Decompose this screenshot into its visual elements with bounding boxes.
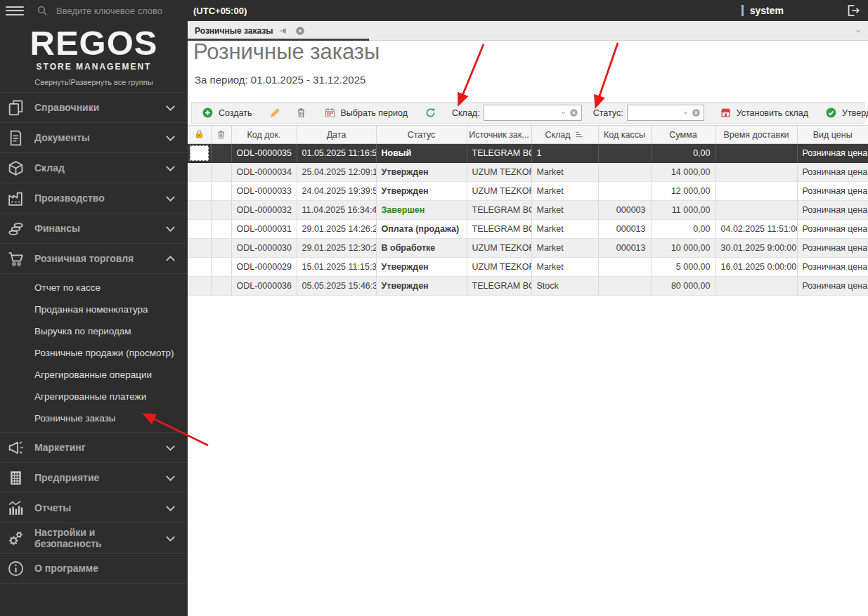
search-input[interactable]: [55, 5, 182, 17]
close-tab-icon[interactable]: [295, 26, 305, 36]
table-cell-delivery: [715, 144, 797, 163]
table-row[interactable]: ODL-000003501.05.2025 11:16:58НовыйTELEG…: [188, 144, 868, 163]
collapse-expand-groups-link[interactable]: Свернуть\Развернуть все группы: [0, 78, 188, 86]
chevron-down-icon[interactable]: [559, 109, 567, 117]
chevron-down-icon: [162, 190, 179, 207]
sidebar-group-label: Отчеты: [34, 502, 71, 513]
table-row[interactable]: ODL-000003211.04.2025 16:34:42ЗавершенTE…: [188, 201, 868, 220]
set-warehouse-button[interactable]: Установить склад: [713, 103, 815, 123]
sidebar-group-production[interactable]: Производство: [0, 183, 188, 214]
table-row[interactable]: ODL-000003605.05.2025 15:46:37УтвержденT…: [188, 277, 868, 296]
column-header-del[interactable]: [211, 126, 231, 144]
column-header-code[interactable]: Код док.: [231, 126, 297, 144]
table-row[interactable]: ODL-000003129.01.2025 14:26:26Оплата (пр…: [188, 220, 868, 239]
sidebar-group-label: Документы: [34, 132, 90, 143]
chevron-down-icon: [162, 129, 179, 147]
status-filter-combobox[interactable]: [627, 105, 704, 121]
toolbar-button-label: Утвердить: [842, 108, 868, 118]
sidebar-item-retail-sales-view[interactable]: Розничные продажи (просмотр): [0, 342, 188, 364]
status-filter[interactable]: Статус:: [588, 103, 710, 123]
sidebar-group-label: Справочники: [34, 102, 99, 113]
warehouse-filter-input[interactable]: [488, 107, 557, 119]
table-cell-source: TELEGRAM BOT: [467, 144, 531, 163]
sidebar-item-aggregated-payments[interactable]: Агрегированные платежи: [0, 386, 188, 407]
sidebar-group-about[interactable]: О программе: [0, 553, 188, 584]
column-header-label: Вид цены: [813, 130, 853, 140]
tab-list-chevron-down-icon[interactable]: [854, 27, 862, 35]
column-header-lock[interactable]: [188, 126, 211, 144]
table-cell-date: 29.01.2025 14:26:26: [297, 220, 376, 239]
sidebar-group-label: Финансы: [34, 223, 80, 234]
refresh-button[interactable]: [417, 103, 443, 123]
table-cell-code: ODL-0000031: [231, 220, 297, 239]
table-cell-amount: 12 000,00: [651, 182, 715, 201]
active-tab-underline: [188, 39, 369, 41]
orders-table: Код док.ДатаСтатусИсточник зак...СкладКо…: [188, 125, 868, 296]
edit-button[interactable]: [262, 103, 288, 123]
status-filter-input[interactable]: [632, 107, 680, 119]
sidebar-group-settings-security[interactable]: Настройки и безопасность: [0, 523, 188, 553]
sidebar-group-finance[interactable]: Финансы: [0, 214, 188, 244]
warehouse-filter[interactable]: Склад:: [446, 103, 588, 123]
table-cell-delete: [211, 144, 231, 163]
table-cell-status: Утвержден: [376, 182, 467, 201]
clear-circle-icon[interactable]: [692, 108, 701, 117]
column-header-delivery[interactable]: Время доставки: [715, 126, 797, 144]
column-header-warehouse[interactable]: Склад: [531, 126, 598, 144]
warehouse-filter-combobox[interactable]: [484, 105, 582, 121]
chart-icon: [7, 499, 25, 517]
table-cell-warehouse: Market: [531, 220, 598, 239]
clear-circle-icon[interactable]: [569, 108, 578, 117]
sidebar-item-revenue-by-periods[interactable]: Выручка по периодам: [0, 320, 188, 342]
status-text: Утвержден: [382, 167, 429, 177]
lock-icon: [194, 129, 205, 140]
table-row[interactable]: ODL-000003425.04.2025 12:09:13УтвержденU…: [188, 163, 868, 182]
info-icon: [7, 560, 25, 577]
table-cell-code: ODL-0000036: [231, 277, 297, 296]
hamburger-menu-icon[interactable]: [6, 6, 24, 15]
create-button[interactable]: Создать: [195, 103, 259, 123]
sidebar-item-cash-report[interactable]: Отчет по кассе: [0, 277, 188, 299]
column-header-price[interactable]: Вид цены: [797, 126, 868, 144]
table-row[interactable]: ODL-000003029.01.2025 12:30:24В обработк…: [188, 239, 868, 258]
table-cell-source: UZUM TEZKOR: [467, 239, 531, 258]
column-header-date[interactable]: Дата: [297, 126, 376, 144]
table-row[interactable]: ODL-000003324.04.2025 19:39:53УтвержденU…: [188, 182, 868, 201]
sidebar-group-marketing[interactable]: Маркетинг: [0, 433, 188, 463]
table-cell-status: Завершен: [376, 201, 467, 220]
column-header-amount[interactable]: Сумма: [651, 126, 715, 144]
column-header-source[interactable]: Источник зак...: [467, 126, 531, 144]
sidebar-group-references[interactable]: Справочники: [0, 93, 188, 123]
sidebar-group-label: Настройки и безопасность: [34, 527, 162, 549]
sidebar-group-documents[interactable]: Документы: [0, 123, 188, 153]
approve-button[interactable]: Утвердить: [818, 103, 868, 123]
sidebar-group-retail[interactable]: Розничная торговля: [0, 244, 188, 274]
sidebar-item-aggregated-ops[interactable]: Агрегированные операции: [0, 364, 188, 386]
delete-button[interactable]: [288, 103, 314, 123]
box-icon: [7, 159, 25, 177]
sidebar-item-sold-nomenclature[interactable]: Проданная номенклатура: [0, 299, 188, 320]
table-cell-source: UZUM TEZKOR: [467, 182, 531, 201]
table-cell-lock: [188, 201, 211, 220]
table-cell-source: TELEGRAM BOT: [467, 220, 531, 239]
sidebar-group-warehouse[interactable]: Склад: [0, 153, 188, 183]
column-header-status[interactable]: Статус: [376, 126, 467, 144]
logout-icon[interactable]: [846, 3, 861, 18]
chevron-down-icon[interactable]: [682, 109, 689, 117]
sidebar-group-reports[interactable]: Отчеты: [0, 493, 188, 523]
pin-tab-icon[interactable]: [279, 26, 289, 36]
table-cell-cash: 000013: [598, 239, 651, 258]
select-period-button[interactable]: Выбрать период: [317, 103, 415, 123]
table-cell-lock: [188, 277, 211, 296]
timezone-label: (UTC+05:00): [193, 6, 247, 16]
sidebar: REGOS STORE MANAGEMENT Свернуть\Разверну…: [0, 0, 188, 616]
sidebar-item-retail-orders[interactable]: Розничные заказы: [0, 407, 188, 429]
tab-retail-orders[interactable]: Розничные заказы: [188, 21, 312, 40]
table-cell-date: 29.01.2025 12:30:24: [297, 239, 376, 258]
table-cell-code: ODL-0000032: [231, 201, 297, 220]
table-row[interactable]: ODL-000002915.01.2025 11:15:32УтвержденU…: [188, 258, 868, 277]
sidebar-group-label: Розничная торговля: [34, 253, 134, 264]
sort-asc-icon: [574, 129, 585, 140]
column-header-cash[interactable]: Код кассы: [598, 126, 651, 144]
sidebar-group-enterprise[interactable]: Предприятие: [0, 463, 188, 493]
